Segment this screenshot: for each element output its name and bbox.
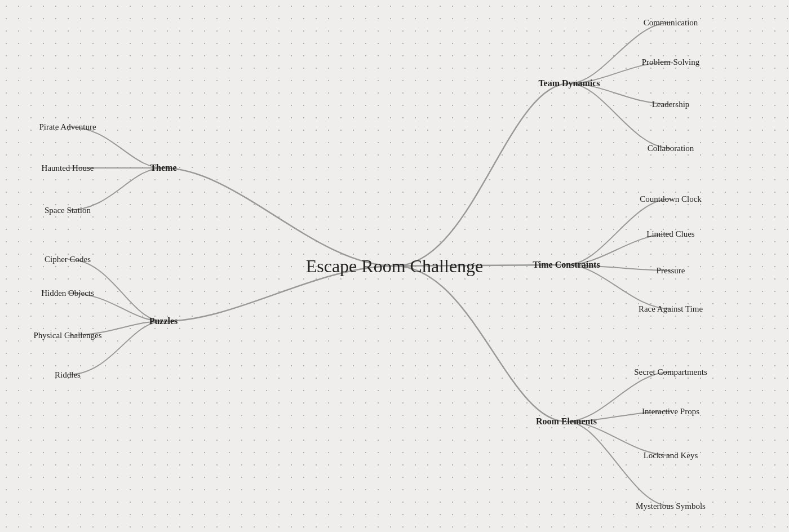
interactive-props-label: Interactive Props: [642, 407, 699, 416]
puzzles-label: Puzzles: [149, 316, 178, 326]
mysterious-symbols-label: Mysterious Symbols: [636, 502, 706, 511]
center-label: Escape Room Challenge: [306, 256, 484, 277]
pressure-label: Pressure: [657, 266, 685, 276]
branch-td-collaboration: [569, 83, 671, 148]
riddles-label: Riddles: [55, 370, 81, 380]
time-constraints-label: Time Constraints: [533, 260, 600, 270]
cipher-codes-label: Cipher Codes: [45, 255, 91, 264]
countdown-clock-label: Countdown Clock: [640, 194, 702, 204]
communication-label: Communication: [644, 18, 698, 28]
physical-challenges-label: Physical Challenges: [33, 331, 101, 340]
leadership-label: Leadership: [652, 100, 690, 109]
branch-theme-space: [68, 168, 163, 210]
room-elements-label: Room Elements: [536, 416, 597, 427]
branch-center-to-teamdynamics: [394, 83, 569, 266]
branch-center-to-roomelements: [394, 266, 566, 422]
branch-tc-race: [566, 265, 671, 309]
branch-td-communication: [569, 23, 671, 83]
pirate-adventure-label: Pirate Adventure: [39, 122, 96, 132]
collaboration-label: Collaboration: [648, 144, 694, 153]
hidden-objects-label: Hidden Objects: [41, 289, 94, 298]
locks-and-keys-label: Locks and Keys: [644, 451, 698, 460]
theme-label: Theme: [150, 163, 176, 173]
race-against-time-label: Race Against Time: [639, 304, 703, 314]
team-dynamics-label: Team Dynamics: [538, 78, 600, 88]
problem-solving-label: Problem-Solving: [642, 57, 700, 67]
space-station-label: Space Station: [45, 206, 91, 215]
limited-clues-label: Limited Clues: [646, 229, 694, 239]
branch-re-symbols: [566, 422, 671, 506]
branch-center-to-theme: [163, 168, 394, 266]
branch-theme-pirate: [68, 127, 163, 168]
secret-compartments-label: Secret Compartments: [634, 367, 707, 377]
haunted-house-label: Haunted House: [42, 163, 94, 173]
